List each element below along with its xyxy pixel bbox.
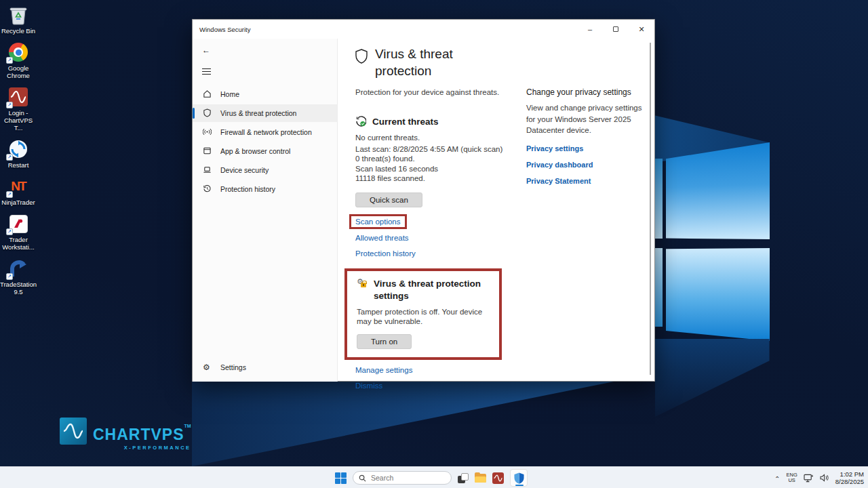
ninjatrader-icon: NT ↗ <box>7 176 29 197</box>
main-content: Virus & threat protection Protection for… <box>338 39 654 382</box>
minimize-button[interactable]: – <box>577 20 603 39</box>
wallpaper-logo-pane-bottom-right <box>666 248 770 341</box>
desktop-icon-label: NinjaTrader <box>0 199 37 206</box>
desktop-icon-login-chartvps[interactable]: ↗ Login - ChartVPS T... <box>0 86 37 131</box>
wallpaper-logo-pane-bottom-left <box>655 248 663 327</box>
shield-icon <box>203 108 212 117</box>
desktop-icon-label: TradeStation 9.5 <box>0 281 37 296</box>
wallpaper-logo-pane-top-left <box>655 159 663 239</box>
brand-tagline: X-PERFORMANCE <box>124 445 191 451</box>
page-title: Virus & threat protection <box>375 45 490 79</box>
desktop-icon-label: Google Chrome <box>0 64 37 79</box>
sidebar-item-label: Home <box>220 90 239 98</box>
taskbar-center-group <box>335 467 528 488</box>
aside-body: View and change privacy settings for you… <box>526 102 652 136</box>
security-shield-icon <box>514 472 524 484</box>
laptop-icon <box>203 165 212 174</box>
sidebar-item-app-browser-control[interactable]: App & browser control <box>193 142 337 160</box>
aside-heading: Change your privacy settings <box>526 87 652 97</box>
taskbar-search[interactable] <box>353 471 452 485</box>
sidebar-item-settings[interactable]: ⚙ Settings <box>193 359 337 376</box>
windows-security-window: Windows Security – ✕ ← Home <box>192 19 655 382</box>
section-heading: Current threats <box>372 117 439 127</box>
search-input[interactable] <box>371 474 439 482</box>
tray-time: 1:02 PM <box>835 470 864 478</box>
privacy-settings-link[interactable]: Privacy settings <box>526 144 652 152</box>
protection-history-link[interactable]: Protection history <box>355 249 654 258</box>
tamper-protection-alert-card: ⚙ Virus & threat protection settings Tam… <box>344 268 502 360</box>
history-clock-icon <box>203 184 212 193</box>
maximize-icon <box>613 26 618 32</box>
privacy-dashboard-link[interactable]: Privacy dashboard <box>526 161 652 169</box>
close-button[interactable]: ✕ <box>629 20 654 39</box>
privacy-statement-link[interactable]: Privacy Statement <box>526 177 652 185</box>
wallpaper-light-beam-top <box>651 113 770 163</box>
maximize-button[interactable] <box>603 20 629 39</box>
file-explorer-button[interactable] <box>475 474 486 483</box>
sidebar: ← Home Virus & threat protection <box>193 39 338 382</box>
allowed-threats-link[interactable]: Allowed threats <box>355 234 654 242</box>
card-heading: Virus & threat protection settings <box>374 278 486 302</box>
vertical-scrollbar[interactable] <box>650 43 651 375</box>
sidebar-item-firewall-network[interactable]: Firewall & network protection <box>193 123 337 141</box>
scan-summary-line: 11118 files scanned. <box>355 174 525 184</box>
desktop: Recycle Bin ↗ Google Chrome ↗ Login - Ch… <box>0 0 868 488</box>
desktop-icon-label: Restart <box>0 161 37 169</box>
scan-summary-line: No current threats. <box>355 133 525 143</box>
app-window-icon <box>203 146 212 155</box>
start-button[interactable] <box>335 472 347 484</box>
scan-summary-line: 0 threat(s) found. <box>355 154 525 164</box>
window-titlebar[interactable]: Windows Security – ✕ <box>193 20 654 39</box>
desktop-icon-ninjatrader[interactable]: NT ↗ NinjaTrader <box>0 176 37 206</box>
desktop-icon-recycle-bin[interactable]: Recycle Bin <box>0 4 37 35</box>
desktop-icon-tradestation[interactable]: ↗ TradeStation 9.5 <box>0 258 37 296</box>
shortcut-arrow-icon: ↗ <box>6 273 13 280</box>
network-icon[interactable] <box>804 474 814 483</box>
restart-icon: ↗ <box>7 138 29 160</box>
home-icon <box>203 89 212 98</box>
recycle-bin-icon <box>7 4 29 26</box>
chrome-icon: ↗ <box>7 41 29 63</box>
sidebar-item-protection-history[interactable]: Protection history <box>193 180 337 198</box>
shortcut-arrow-icon: ↗ <box>6 228 13 235</box>
privacy-aside: Change your privacy settings View and ch… <box>526 87 652 185</box>
chartvps-brand-logo: CHARTVPSTM X-PERFORMANCE <box>60 418 191 451</box>
sidebar-item-virus-threat-protection[interactable]: Virus & threat protection <box>193 104 337 122</box>
windows-security-app-button[interactable] <box>510 469 528 487</box>
page-header: Virus & threat protection <box>355 45 654 79</box>
wallpaper-light-beam-bottom <box>655 339 772 417</box>
chartvps-app-button[interactable] <box>492 472 504 484</box>
manage-settings-link[interactable]: Manage settings <box>355 366 654 374</box>
back-button[interactable]: ← <box>202 45 213 55</box>
scan-summary: No current threats. Last scan: 8/28/2025… <box>355 133 525 184</box>
active-app-indicator <box>515 485 524 487</box>
quick-scan-button[interactable]: Quick scan <box>355 192 422 207</box>
desktop-icon-column: Recycle Bin ↗ Google Chrome ↗ Login - Ch… <box>0 4 37 302</box>
task-view-button[interactable] <box>458 473 469 483</box>
sidebar-item-label: Settings <box>220 363 246 371</box>
gear-icon: ⚙ <box>203 363 212 372</box>
language-indicator[interactable]: ENG US <box>786 472 797 484</box>
dismiss-link[interactable]: Dismiss <box>355 382 654 390</box>
menu-toggle-button[interactable] <box>202 66 211 77</box>
taskbar: ⌃ ENG US 1:02 PM 8/28/2025 <box>0 466 868 488</box>
gear-lock-icon: ⚙ <box>357 278 368 290</box>
scan-summary-line: Last scan: 8/28/2025 4:55 AM (quick scan… <box>355 144 525 155</box>
turn-on-button[interactable]: Turn on <box>357 334 412 349</box>
volume-icon[interactable] <box>820 474 829 482</box>
sidebar-item-label: Protection history <box>220 185 275 193</box>
window-title: Windows Security <box>199 26 577 33</box>
hidden-icons-chevron[interactable]: ⌃ <box>774 475 780 483</box>
clock[interactable]: 1:02 PM 8/28/2025 <box>835 470 864 485</box>
sidebar-item-home[interactable]: Home <box>193 85 337 103</box>
chartvps-login-icon: ↗ <box>7 86 29 108</box>
sidebar-spacer <box>193 199 337 359</box>
chartvps-logo-icon <box>60 418 87 445</box>
desktop-icon-restart[interactable]: ↗ Restart <box>0 138 37 169</box>
sidebar-item-device-security[interactable]: Device security <box>193 161 337 179</box>
scan-options-link[interactable]: Scan options <box>355 218 401 226</box>
desktop-icon-google-chrome[interactable]: ↗ Google Chrome <box>0 41 37 79</box>
desktop-icon-trader-workstation[interactable]: ↗ Trader Workstati... <box>0 213 37 251</box>
scan-summary-line: Scan lasted 16 seconds <box>355 164 525 174</box>
brand-name: CHARTVPSTM <box>93 418 191 443</box>
